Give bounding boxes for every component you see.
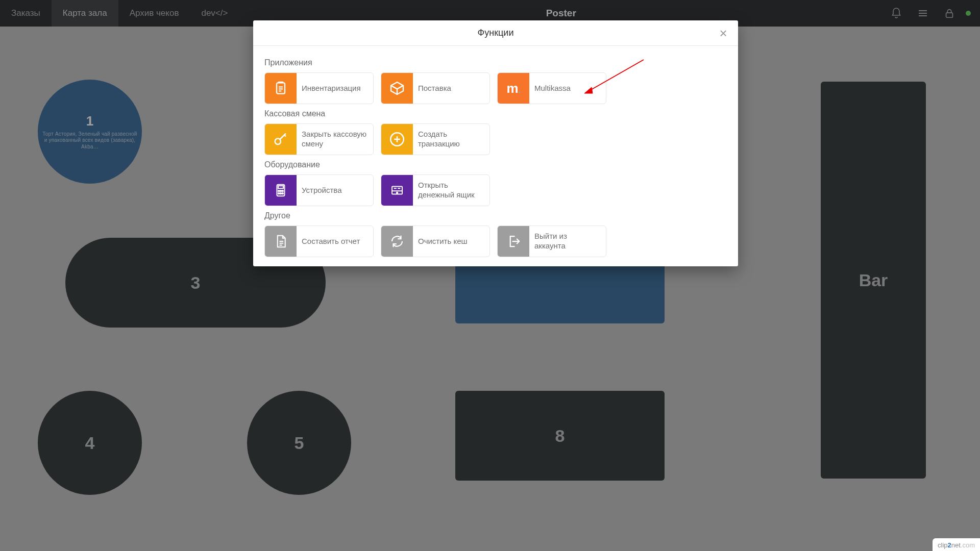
card-label: Устройства (297, 186, 348, 195)
card-label: Очистить кеш (413, 237, 474, 246)
watermark: clip2net.com (933, 538, 980, 551)
svg-point-2 (275, 139, 281, 144)
doc-icon (265, 226, 297, 257)
refresh-icon (381, 226, 413, 257)
card-label: Поставка (413, 84, 457, 93)
svg-rect-1 (277, 83, 285, 93)
card-label: Закрыть кассовую смену (297, 130, 373, 149)
svg-rect-5 (278, 186, 283, 188)
svg-point-8 (282, 190, 284, 192)
key-icon (265, 123, 297, 155)
app-multikassa[interactable]: m. Multikassa (497, 72, 606, 104)
drawer-icon (381, 174, 413, 206)
other-report[interactable]: Составить отчет (264, 226, 374, 257)
calculator-icon (265, 174, 297, 206)
card-label: Инвентаризация (297, 84, 367, 93)
section-shift-title: Кассовая смена (264, 109, 727, 118)
other-logout[interactable]: Выйти из аккаунта (497, 226, 606, 257)
app-inventory[interactable]: Инвентаризация (264, 72, 374, 104)
svg-point-7 (280, 190, 282, 192)
modal-header: Функции × (253, 20, 738, 46)
shift-close[interactable]: Закрыть кассовую смену (264, 123, 374, 155)
close-icon: × (719, 26, 727, 41)
app-supply[interactable]: Поставка (381, 72, 490, 104)
card-label: Multikassa (529, 84, 577, 93)
svg-point-9 (278, 193, 280, 194)
card-label: Открыть денежный ящик (413, 181, 489, 200)
functions-modal: Функции × Приложения Инвентаризация Пост… (253, 20, 738, 266)
svg-point-6 (278, 190, 280, 192)
svg-point-13 (397, 192, 398, 194)
section-other-title: Другое (264, 211, 727, 220)
clipboard-icon (265, 72, 297, 104)
svg-point-10 (280, 193, 282, 194)
shift-transaction[interactable]: Создать транзакцию (381, 123, 490, 155)
section-apps-title: Приложения (264, 58, 727, 67)
section-hw-title: Оборудование (264, 160, 727, 169)
modal-title: Функции (478, 28, 514, 38)
plus-circle-icon (381, 123, 413, 155)
hw-cash-drawer[interactable]: Открыть денежный ящик (381, 174, 490, 206)
m-icon: m. (498, 72, 529, 104)
logout-icon (498, 226, 529, 257)
card-label: Выйти из аккаунта (529, 232, 606, 251)
other-clear-cache[interactable]: Очистить кеш (381, 226, 490, 257)
card-label: Составить отчет (297, 237, 366, 246)
modal-body: Приложения Инвентаризация Поставка m. Mu… (253, 46, 738, 266)
svg-point-11 (282, 193, 284, 194)
hw-devices[interactable]: Устройства (264, 174, 374, 206)
box-icon (381, 72, 413, 104)
modal-close-button[interactable]: × (716, 26, 731, 41)
card-label: Создать транзакцию (413, 130, 489, 149)
